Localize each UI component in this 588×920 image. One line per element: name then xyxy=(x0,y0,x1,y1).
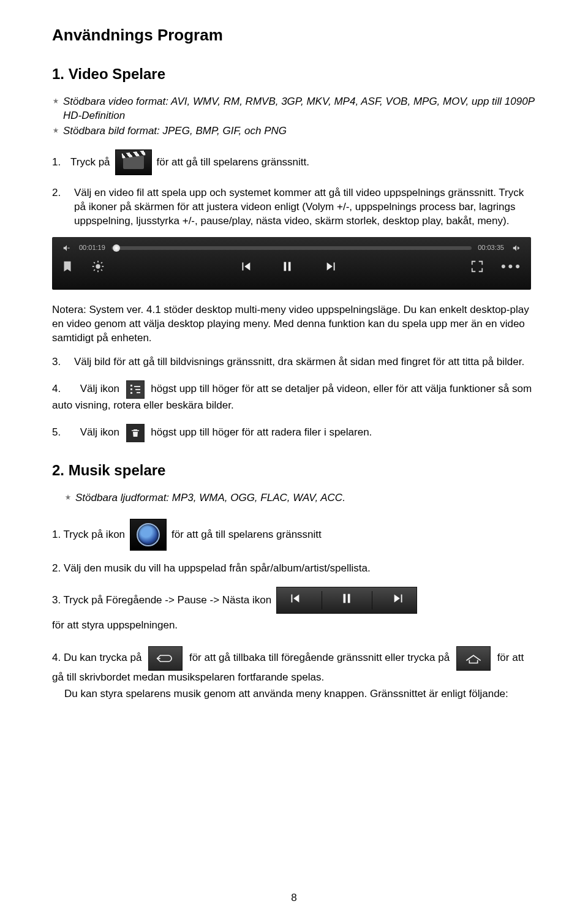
next-icon[interactable] xyxy=(323,260,337,273)
step-text: Tryck på xyxy=(70,156,110,170)
bullet-item: Stödbara video format: AVI, WMV, RM, RMV… xyxy=(52,95,536,123)
elapsed-time: 00:01:19 xyxy=(79,243,105,252)
details-menu-icon[interactable] xyxy=(126,380,145,399)
svg-line-11 xyxy=(101,262,102,263)
total-time: 00:03:35 xyxy=(478,243,504,252)
home-icon[interactable] xyxy=(456,646,491,671)
step-text: Välj ikon xyxy=(80,426,119,438)
step-number: 4. xyxy=(52,382,66,396)
star-icon xyxy=(52,127,59,134)
svg-rect-13 xyxy=(288,262,291,271)
video-app-icon xyxy=(115,149,152,175)
back-icon[interactable] xyxy=(148,646,183,671)
step-text: Du kan styra spelarens musik genom att a… xyxy=(64,687,536,701)
step-text: 3. Tryck på Föregående -> Pause -> Nästa… xyxy=(52,594,271,608)
step-number: 3. xyxy=(52,355,66,369)
speaker-icon xyxy=(137,523,160,546)
svg-rect-12 xyxy=(284,262,287,271)
step-text: för att gå tillbaka till föregående grän… xyxy=(189,652,450,663)
svg-line-8 xyxy=(94,262,95,263)
step-row: 2. Välj en video fil att spela upp och s… xyxy=(52,186,536,228)
star-icon xyxy=(52,97,59,105)
volume-up-icon[interactable] xyxy=(510,244,522,252)
step-number: 1. xyxy=(52,156,66,170)
step-row: 1. Tryck på ikon för att gå till spelare… xyxy=(52,519,536,551)
page-title: Användnings Program xyxy=(52,25,536,46)
step-row: 5. Välj ikon högst upp till höger för at… xyxy=(52,424,536,442)
bullet-text: Stödbara video format: AVI, WMV, RM, RMV… xyxy=(63,95,536,123)
page-number: 8 xyxy=(291,891,296,905)
bullet-item: Stödbara ljudformat: MP3, WMA, OGG, FLAC… xyxy=(64,491,536,505)
fullscreen-icon[interactable] xyxy=(470,260,484,273)
bullet-text: Stödbara ljudformat: MP3, WMA, OGG, FLAC… xyxy=(75,491,345,505)
next-icon[interactable] xyxy=(390,592,407,609)
svg-rect-0 xyxy=(67,247,70,248)
section1-heading: 1. Video Spelare xyxy=(52,64,536,84)
bookmark-icon[interactable] xyxy=(61,260,74,273)
video-player-bar: 00:01:19 00:03:35 xyxy=(52,237,531,290)
note-text: Notera: System ver. 4.1 stöder desktop m… xyxy=(52,303,536,345)
step-text: 2. Välj den musik du vill ha uppspelad f… xyxy=(52,562,536,576)
music-app-icon xyxy=(130,519,167,551)
star-icon xyxy=(64,494,72,501)
svg-rect-15 xyxy=(348,594,350,603)
previous-icon[interactable] xyxy=(238,260,251,273)
step-row: 3. Tryck på Föregående -> Pause -> Nästa… xyxy=(52,587,536,633)
volume-down-icon[interactable] xyxy=(61,244,73,252)
step-number: 2. xyxy=(52,186,66,200)
step-text: för att gå till spelarens gränssnitt xyxy=(172,528,322,542)
step-text: högst upp till höger för att se detaljer… xyxy=(52,383,532,411)
step-text: Välj en video fil att spela upp och syst… xyxy=(74,186,536,228)
transport-controls xyxy=(276,587,417,614)
pause-icon[interactable] xyxy=(340,592,353,609)
clapperboard-icon xyxy=(123,156,144,169)
svg-line-10 xyxy=(94,270,95,271)
step-text: Välj ikon xyxy=(80,383,119,394)
step-text: för att gå till spelarens gränssnitt. xyxy=(157,156,309,170)
step-text: Välj bild för att gå till bildvisnings g… xyxy=(74,355,524,369)
svg-rect-14 xyxy=(344,594,346,603)
step-row: 4. Du kan trycka på för att gå tillbaka … xyxy=(52,646,536,701)
step-text: för att styra uppspelningen. xyxy=(52,619,178,633)
step-text: högst upp till höger för att radera file… xyxy=(151,426,372,438)
previous-icon[interactable] xyxy=(286,592,303,609)
step-text: 4. Du kan trycka på xyxy=(52,652,141,663)
svg-point-3 xyxy=(96,264,100,268)
trash-icon[interactable] xyxy=(126,424,145,442)
step-text: 1. Tryck på ikon xyxy=(52,528,125,542)
step-row: 3. Välj bild för att gå till bildvisning… xyxy=(52,355,536,369)
bullet-item: Stödbara bild format: JPEG, BMP, GIF, oc… xyxy=(52,124,536,138)
svg-line-9 xyxy=(101,270,102,271)
section2-heading: 2. Musik spelare xyxy=(52,461,536,480)
step-row: 4. Välj ikon högst upp till höger för at… xyxy=(52,380,536,413)
progress-bar[interactable] xyxy=(111,246,472,250)
step-row: 1. Tryck på för att gå till spelarens gr… xyxy=(52,149,536,175)
pause-icon[interactable] xyxy=(281,260,294,273)
step-number: 5. xyxy=(52,426,66,440)
bullet-text: Stödbara bild format: JPEG, BMP, GIF, oc… xyxy=(63,124,287,138)
more-icon[interactable]: ••• xyxy=(501,264,522,270)
brightness-icon[interactable] xyxy=(91,260,105,273)
svg-rect-2 xyxy=(518,247,519,249)
